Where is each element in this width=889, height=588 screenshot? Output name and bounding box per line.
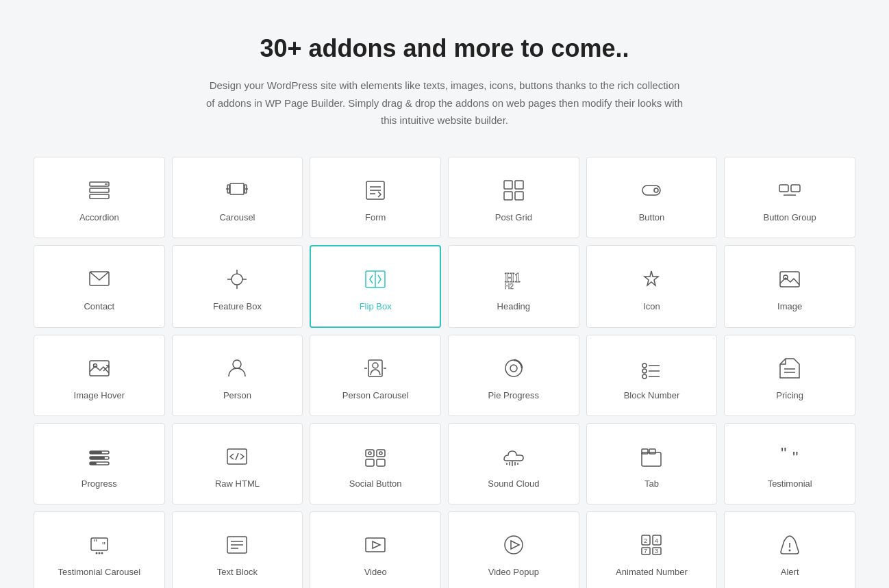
card-label-tab: Tab — [644, 478, 659, 489]
svg-rect-16 — [515, 192, 523, 200]
card-feature-box[interactable]: Feature Box — [172, 245, 303, 328]
card-label-animated-number: Animated Number — [616, 567, 688, 577]
card-image[interactable]: Image — [724, 245, 855, 328]
svg-rect-19 — [779, 185, 788, 192]
card-button-group[interactable]: Button Group — [724, 157, 855, 238]
card-form[interactable]: Form — [310, 157, 441, 238]
svg-text:2: 2 — [644, 537, 647, 544]
card-testimonial-carousel[interactable]: "" Testimonial Carousel — [34, 511, 165, 589]
card-label-raw-html: Raw HTML — [215, 478, 260, 489]
animated-number-icon: 2473 — [639, 531, 664, 559]
card-label-post-grid: Post Grid — [495, 212, 532, 222]
svg-rect-4 — [230, 183, 244, 194]
contact-icon — [87, 266, 112, 293]
card-label-block-number: Block Number — [624, 390, 680, 400]
card-button[interactable]: Button — [586, 157, 718, 238]
card-flip-box[interactable]: Flip Box — [310, 245, 441, 328]
card-label-flip-box: Flip Box — [360, 301, 392, 311]
card-sound-cloud[interactable]: Sound Cloud — [448, 423, 579, 504]
svg-rect-32 — [780, 272, 799, 287]
card-carousel[interactable]: Carousel — [172, 157, 303, 238]
svg-point-83 — [101, 552, 103, 554]
flip-box-icon — [363, 266, 388, 293]
accordion-icon — [87, 177, 112, 204]
card-contact[interactable]: Contact — [34, 245, 165, 328]
card-progress[interactable]: Progress — [34, 423, 165, 504]
card-block-number[interactable]: Block Number — [586, 335, 718, 416]
svg-rect-75 — [649, 449, 655, 454]
svg-text:": " — [94, 537, 97, 548]
svg-rect-59 — [90, 462, 97, 465]
card-label-accordion: Accordion — [79, 212, 119, 222]
card-label-progress: Progress — [82, 478, 117, 489]
svg-point-101 — [789, 549, 791, 551]
card-animated-number[interactable]: 2473 Animated Number — [586, 511, 718, 589]
card-icon[interactable]: Icon — [586, 245, 718, 328]
card-label-social-button: Social Button — [349, 478, 402, 489]
card-label-image: Image — [777, 301, 802, 311]
card-image-hover[interactable]: Image Hover — [34, 335, 165, 416]
svg-rect-88 — [366, 538, 385, 552]
video-popup-icon — [501, 531, 526, 559]
svg-rect-13 — [504, 181, 512, 189]
video-icon — [363, 531, 388, 559]
alert-icon — [777, 531, 802, 559]
svg-point-25 — [231, 274, 242, 285]
svg-rect-63 — [377, 450, 385, 457]
card-label-video-popup: Video Popup — [488, 567, 539, 577]
addon-grid: Accordion Carousel Form Post Grid Button… — [34, 157, 855, 589]
pricing-icon — [777, 355, 802, 382]
card-label-sound-cloud: Sound Cloud — [488, 478, 539, 489]
raw-html-icon — [225, 443, 249, 470]
svg-point-81 — [95, 552, 97, 554]
svg-point-45 — [510, 365, 517, 372]
card-post-grid[interactable]: Post Grid — [448, 157, 579, 238]
svg-text:": " — [792, 448, 799, 467]
card-tab[interactable]: Tab — [586, 423, 718, 504]
page-title: 30+ addons and more to come.. — [14, 34, 875, 63]
card-raw-html[interactable]: Raw HTML — [172, 423, 303, 504]
svg-point-82 — [98, 552, 100, 554]
card-video[interactable]: Video — [310, 511, 441, 589]
card-text-block[interactable]: Text Block — [172, 511, 303, 589]
card-video-popup[interactable]: Video Popup — [448, 511, 579, 589]
svg-rect-55 — [90, 451, 102, 454]
svg-point-39 — [233, 360, 241, 368]
card-label-form: Form — [365, 212, 386, 222]
card-pricing[interactable]: Pricing — [724, 335, 855, 416]
svg-point-48 — [642, 369, 647, 373]
card-label-button: Button — [639, 212, 665, 222]
person-carousel-icon — [363, 355, 388, 382]
card-person[interactable]: Person — [172, 335, 303, 416]
svg-rect-74 — [642, 449, 648, 454]
image-icon — [777, 266, 802, 293]
icon-icon — [639, 266, 664, 293]
card-pie-progress[interactable]: Pie Progress — [448, 335, 579, 416]
card-person-carousel[interactable]: Person Carousel — [310, 335, 441, 416]
button-group-icon — [777, 177, 802, 204]
progress-icon — [87, 443, 112, 470]
svg-rect-73 — [642, 452, 661, 466]
svg-text:": " — [781, 444, 787, 463]
form-icon — [363, 177, 388, 204]
card-social-button[interactable]: Social Button — [310, 423, 441, 504]
card-label-person: Person — [223, 390, 251, 400]
card-label-alert: Alert — [781, 567, 799, 577]
sound-cloud-icon — [501, 443, 526, 470]
card-accordion[interactable]: Accordion — [34, 157, 165, 238]
card-testimonial[interactable]: "" Testimonial — [724, 423, 855, 504]
social-button-icon — [363, 443, 388, 470]
svg-rect-15 — [504, 192, 512, 200]
tab-icon — [639, 443, 664, 470]
person-icon — [225, 355, 249, 382]
svg-text:3: 3 — [655, 548, 658, 554]
svg-point-66 — [368, 452, 371, 455]
post-grid-icon — [501, 177, 526, 204]
card-heading[interactable]: H1H2 Heading — [448, 245, 579, 328]
card-label-image-hover: Image Hover — [74, 390, 125, 400]
card-label-text-block: Text Block — [217, 567, 258, 577]
svg-marker-91 — [511, 541, 519, 549]
svg-rect-57 — [90, 457, 105, 459]
svg-text:7: 7 — [644, 548, 647, 554]
card-alert[interactable]: Alert — [724, 511, 855, 589]
